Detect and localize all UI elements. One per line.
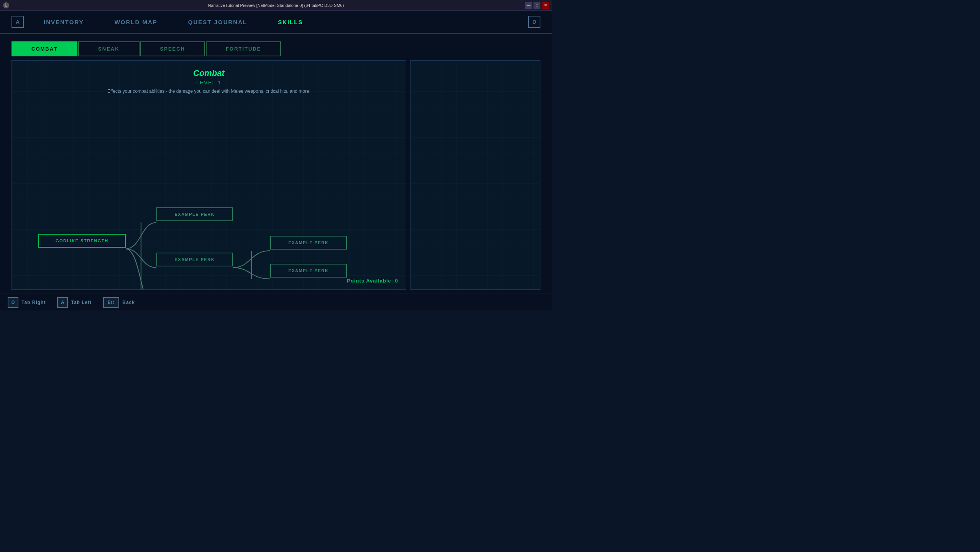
title-bar-left: U — [3, 2, 9, 8]
tab-sneak[interactable]: SNEAK — [78, 41, 140, 56]
title-bar: U NarrativeTutorial Preview [NetMode: St… — [0, 0, 552, 11]
nav-item-inventory[interactable]: INVENTORY — [28, 19, 99, 25]
app-icon: U — [3, 2, 9, 8]
detail-panel — [410, 60, 540, 290]
hotkey-tab-left: A Tab Left — [57, 297, 92, 308]
back-label: Back — [122, 300, 135, 305]
maximize-button[interactable]: □ — [534, 2, 540, 9]
skill-title: Combat — [20, 68, 398, 78]
tab-speech[interactable]: SPEECH — [140, 41, 205, 56]
tab-left-key-badge: A — [57, 297, 68, 308]
nav-item-world-map[interactable]: WORLD MAP — [99, 19, 173, 25]
skill-header: Combat LEVEL 1 Effects your combat abili… — [12, 61, 406, 102]
perk-godlike-strength[interactable]: GODLIKE STRENGTH — [38, 234, 126, 248]
skill-panel: Combat LEVEL 1 Effects your combat abili… — [11, 60, 406, 290]
nav-left-key: A — [11, 16, 24, 28]
skill-level: LEVEL 1 — [20, 80, 398, 85]
perk-example-perk-1[interactable]: EXAMPLE PERK — [156, 207, 233, 221]
back-key-badge: Esc — [103, 297, 119, 308]
skill-description: Effects your combat abilities - the dama… — [20, 89, 398, 94]
tab-fortitude[interactable]: FORTITUDE — [206, 41, 281, 56]
minimize-button[interactable]: — — [525, 2, 532, 9]
top-nav: A INVENTORY WORLD MAP QUEST JOURNAL SKIL… — [0, 11, 552, 34]
window-title: NarrativeTutorial Preview [NetMode: Stan… — [208, 3, 344, 8]
close-button[interactable]: ✕ — [542, 2, 549, 9]
tab-combat[interactable]: COMBAT — [11, 41, 77, 56]
nav-item-quest-journal[interactable]: QUEST JOURNAL — [173, 19, 263, 25]
points-available: Points Available: 0 — [347, 278, 398, 284]
game-window: A INVENTORY WORLD MAP QUEST JOURNAL SKIL… — [0, 11, 552, 310]
bottom-bar: D Tab Right A Tab Left Esc Back — [0, 294, 552, 310]
perk-example-perk-2[interactable]: EXAMPLE PERK — [156, 253, 233, 266]
window-controls: — □ ✕ — [525, 2, 549, 9]
main-content: Combat LEVEL 1 Effects your combat abili… — [0, 56, 552, 294]
perk-example-perk-3[interactable]: EXAMPLE PERK — [270, 236, 347, 250]
tab-right-key-badge: D — [8, 297, 18, 308]
nav-right-key: D — [528, 16, 540, 28]
tab-row: COMBAT SNEAK SPEECH FORTITUDE — [0, 34, 552, 56]
nav-item-skills[interactable]: SKILLS — [263, 19, 318, 25]
perk-example-perk-4[interactable]: EXAMPLE PERK — [270, 264, 347, 278]
tab-left-label: Tab Left — [71, 300, 92, 305]
hotkey-back: Esc Back — [103, 297, 135, 308]
skill-tree-canvas: GODLIKE STRENGTHEXAMPLE PERKEXAMPLE PERK… — [12, 102, 406, 289]
tab-right-label: Tab Right — [21, 300, 46, 305]
hotkey-tab-right: D Tab Right — [8, 297, 46, 308]
